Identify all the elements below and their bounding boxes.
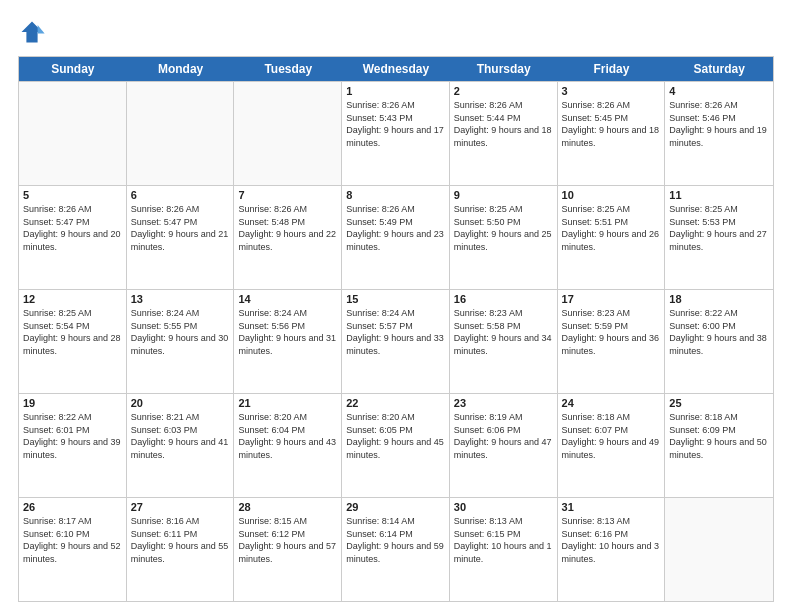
day-number: 15: [346, 293, 445, 305]
calendar-header: SundayMondayTuesdayWednesdayThursdayFrid…: [19, 57, 773, 81]
day-number: 22: [346, 397, 445, 409]
cell-info: Sunrise: 8:26 AM Sunset: 5:49 PM Dayligh…: [346, 203, 445, 253]
day-number: 19: [23, 397, 122, 409]
calendar-day-12: 12Sunrise: 8:25 AM Sunset: 5:54 PM Dayli…: [19, 290, 127, 393]
calendar-body: 1Sunrise: 8:26 AM Sunset: 5:43 PM Daylig…: [19, 81, 773, 601]
calendar-day-23: 23Sunrise: 8:19 AM Sunset: 6:06 PM Dayli…: [450, 394, 558, 497]
calendar-day-19: 19Sunrise: 8:22 AM Sunset: 6:01 PM Dayli…: [19, 394, 127, 497]
calendar-week-1: 1Sunrise: 8:26 AM Sunset: 5:43 PM Daylig…: [19, 81, 773, 185]
logo: [18, 18, 50, 46]
calendar-day-7: 7Sunrise: 8:26 AM Sunset: 5:48 PM Daylig…: [234, 186, 342, 289]
day-number: 18: [669, 293, 769, 305]
cell-info: Sunrise: 8:26 AM Sunset: 5:48 PM Dayligh…: [238, 203, 337, 253]
calendar-day-3: 3Sunrise: 8:26 AM Sunset: 5:45 PM Daylig…: [558, 82, 666, 185]
calendar-day-31: 31Sunrise: 8:13 AM Sunset: 6:16 PM Dayli…: [558, 498, 666, 601]
calendar-day-16: 16Sunrise: 8:23 AM Sunset: 5:58 PM Dayli…: [450, 290, 558, 393]
cell-info: Sunrise: 8:19 AM Sunset: 6:06 PM Dayligh…: [454, 411, 553, 461]
day-number: 8: [346, 189, 445, 201]
header-day-thursday: Thursday: [450, 57, 558, 81]
calendar-day-15: 15Sunrise: 8:24 AM Sunset: 5:57 PM Dayli…: [342, 290, 450, 393]
cell-info: Sunrise: 8:20 AM Sunset: 6:05 PM Dayligh…: [346, 411, 445, 461]
header-day-saturday: Saturday: [665, 57, 773, 81]
cell-info: Sunrise: 8:26 AM Sunset: 5:47 PM Dayligh…: [23, 203, 122, 253]
cell-info: Sunrise: 8:18 AM Sunset: 6:07 PM Dayligh…: [562, 411, 661, 461]
svg-marker-1: [38, 25, 45, 33]
calendar-week-5: 26Sunrise: 8:17 AM Sunset: 6:10 PM Dayli…: [19, 497, 773, 601]
day-number: 1: [346, 85, 445, 97]
day-number: 13: [131, 293, 230, 305]
calendar-empty-cell: [127, 82, 235, 185]
cell-info: Sunrise: 8:13 AM Sunset: 6:16 PM Dayligh…: [562, 515, 661, 565]
cell-info: Sunrise: 8:15 AM Sunset: 6:12 PM Dayligh…: [238, 515, 337, 565]
calendar-day-1: 1Sunrise: 8:26 AM Sunset: 5:43 PM Daylig…: [342, 82, 450, 185]
cell-info: Sunrise: 8:22 AM Sunset: 6:00 PM Dayligh…: [669, 307, 769, 357]
calendar-week-2: 5Sunrise: 8:26 AM Sunset: 5:47 PM Daylig…: [19, 185, 773, 289]
cell-info: Sunrise: 8:18 AM Sunset: 6:09 PM Dayligh…: [669, 411, 769, 461]
cell-info: Sunrise: 8:26 AM Sunset: 5:46 PM Dayligh…: [669, 99, 769, 149]
cell-info: Sunrise: 8:23 AM Sunset: 5:59 PM Dayligh…: [562, 307, 661, 357]
cell-info: Sunrise: 8:14 AM Sunset: 6:14 PM Dayligh…: [346, 515, 445, 565]
calendar-day-14: 14Sunrise: 8:24 AM Sunset: 5:56 PM Dayli…: [234, 290, 342, 393]
day-number: 14: [238, 293, 337, 305]
calendar-day-6: 6Sunrise: 8:26 AM Sunset: 5:47 PM Daylig…: [127, 186, 235, 289]
day-number: 16: [454, 293, 553, 305]
calendar-day-18: 18Sunrise: 8:22 AM Sunset: 6:00 PM Dayli…: [665, 290, 773, 393]
day-number: 28: [238, 501, 337, 513]
day-number: 26: [23, 501, 122, 513]
calendar-day-28: 28Sunrise: 8:15 AM Sunset: 6:12 PM Dayli…: [234, 498, 342, 601]
day-number: 30: [454, 501, 553, 513]
cell-info: Sunrise: 8:26 AM Sunset: 5:47 PM Dayligh…: [131, 203, 230, 253]
cell-info: Sunrise: 8:25 AM Sunset: 5:50 PM Dayligh…: [454, 203, 553, 253]
day-number: 5: [23, 189, 122, 201]
day-number: 25: [669, 397, 769, 409]
header-day-tuesday: Tuesday: [234, 57, 342, 81]
day-number: 10: [562, 189, 661, 201]
day-number: 24: [562, 397, 661, 409]
cell-info: Sunrise: 8:25 AM Sunset: 5:54 PM Dayligh…: [23, 307, 122, 357]
calendar-week-3: 12Sunrise: 8:25 AM Sunset: 5:54 PM Dayli…: [19, 289, 773, 393]
calendar-day-9: 9Sunrise: 8:25 AM Sunset: 5:50 PM Daylig…: [450, 186, 558, 289]
day-number: 31: [562, 501, 661, 513]
header-day-sunday: Sunday: [19, 57, 127, 81]
day-number: 2: [454, 85, 553, 97]
cell-info: Sunrise: 8:25 AM Sunset: 5:51 PM Dayligh…: [562, 203, 661, 253]
calendar-day-26: 26Sunrise: 8:17 AM Sunset: 6:10 PM Dayli…: [19, 498, 127, 601]
cell-info: Sunrise: 8:17 AM Sunset: 6:10 PM Dayligh…: [23, 515, 122, 565]
calendar-day-10: 10Sunrise: 8:25 AM Sunset: 5:51 PM Dayli…: [558, 186, 666, 289]
page: SundayMondayTuesdayWednesdayThursdayFrid…: [0, 0, 792, 612]
cell-info: Sunrise: 8:24 AM Sunset: 5:55 PM Dayligh…: [131, 307, 230, 357]
calendar-week-4: 19Sunrise: 8:22 AM Sunset: 6:01 PM Dayli…: [19, 393, 773, 497]
calendar-day-13: 13Sunrise: 8:24 AM Sunset: 5:55 PM Dayli…: [127, 290, 235, 393]
calendar-day-2: 2Sunrise: 8:26 AM Sunset: 5:44 PM Daylig…: [450, 82, 558, 185]
calendar-day-5: 5Sunrise: 8:26 AM Sunset: 5:47 PM Daylig…: [19, 186, 127, 289]
cell-info: Sunrise: 8:20 AM Sunset: 6:04 PM Dayligh…: [238, 411, 337, 461]
cell-info: Sunrise: 8:21 AM Sunset: 6:03 PM Dayligh…: [131, 411, 230, 461]
day-number: 4: [669, 85, 769, 97]
header-day-friday: Friday: [558, 57, 666, 81]
calendar-empty-cell: [665, 498, 773, 601]
calendar-day-22: 22Sunrise: 8:20 AM Sunset: 6:05 PM Dayli…: [342, 394, 450, 497]
cell-info: Sunrise: 8:23 AM Sunset: 5:58 PM Dayligh…: [454, 307, 553, 357]
header-day-monday: Monday: [127, 57, 235, 81]
cell-info: Sunrise: 8:24 AM Sunset: 5:57 PM Dayligh…: [346, 307, 445, 357]
day-number: 17: [562, 293, 661, 305]
calendar-empty-cell: [234, 82, 342, 185]
calendar-empty-cell: [19, 82, 127, 185]
day-number: 21: [238, 397, 337, 409]
calendar-day-17: 17Sunrise: 8:23 AM Sunset: 5:59 PM Dayli…: [558, 290, 666, 393]
day-number: 27: [131, 501, 230, 513]
day-number: 3: [562, 85, 661, 97]
logo-icon: [18, 18, 46, 46]
day-number: 7: [238, 189, 337, 201]
cell-info: Sunrise: 8:22 AM Sunset: 6:01 PM Dayligh…: [23, 411, 122, 461]
calendar-day-11: 11Sunrise: 8:25 AM Sunset: 5:53 PM Dayli…: [665, 186, 773, 289]
cell-info: Sunrise: 8:16 AM Sunset: 6:11 PM Dayligh…: [131, 515, 230, 565]
calendar-day-4: 4Sunrise: 8:26 AM Sunset: 5:46 PM Daylig…: [665, 82, 773, 185]
cell-info: Sunrise: 8:26 AM Sunset: 5:43 PM Dayligh…: [346, 99, 445, 149]
cell-info: Sunrise: 8:26 AM Sunset: 5:44 PM Dayligh…: [454, 99, 553, 149]
calendar-day-20: 20Sunrise: 8:21 AM Sunset: 6:03 PM Dayli…: [127, 394, 235, 497]
cell-info: Sunrise: 8:25 AM Sunset: 5:53 PM Dayligh…: [669, 203, 769, 253]
calendar-day-21: 21Sunrise: 8:20 AM Sunset: 6:04 PM Dayli…: [234, 394, 342, 497]
calendar: SundayMondayTuesdayWednesdayThursdayFrid…: [18, 56, 774, 602]
cell-info: Sunrise: 8:13 AM Sunset: 6:15 PM Dayligh…: [454, 515, 553, 565]
